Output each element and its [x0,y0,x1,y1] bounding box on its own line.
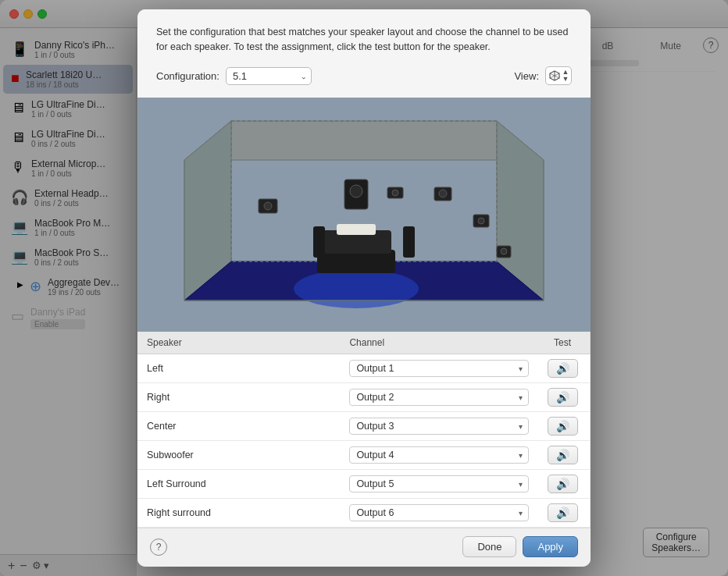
table-row: Right surroundOutput 1Output 2Output 3Ou… [137,499,591,528]
svg-point-19 [264,202,272,210]
view-label: View: [514,70,539,82]
speaker-col-header: Speaker [137,332,340,354]
channel-cell: Output 1Output 2Output 3Output 4Output 5… [340,441,535,470]
channel-cell: Output 1Output 2Output 3Output 4Output 5… [340,470,535,499]
channel-select[interactable]: Output 1Output 2Output 3Output 4Output 5… [349,475,529,492]
channel-select-wrapper: Output 1Output 2Output 3Output 4Output 5… [349,418,529,435]
channel-cell: Output 1Output 2Output 3Output 4Output 5… [340,412,535,441]
test-col-header: Test [535,332,590,354]
channel-select-wrapper: Output 1Output 2Output 3Output 4Output 5… [349,360,529,377]
test-button[interactable]: 🔊 [548,503,578,522]
test-cell: 🔊 [535,499,590,528]
config-left: Configuration: Stereo Quad 5.1 7.1 [156,67,312,85]
modal-footer: ? Done Apply [137,528,591,567]
speaker-name: Right [137,383,340,412]
channel-cell: Output 1Output 2Output 3Output 4Output 5… [340,499,535,528]
table-row: RightOutput 1Output 2Output 3Output 4Out… [137,383,591,412]
table-row: SubwooferOutput 1Output 2Output 3Output … [137,441,591,470]
row-divider [590,383,591,412]
test-button[interactable]: 🔊 [548,417,578,436]
speaker-name: Left [137,354,340,383]
speaker-name: Subwoofer [137,441,340,470]
test-cell: 🔊 [535,383,590,412]
config-select[interactable]: Stereo Quad 5.1 7.1 [226,67,312,85]
done-button[interactable]: Done [462,536,516,557]
channel-select-wrapper: Output 1Output 2Output 3Output 4Output 5… [349,504,529,521]
svg-point-29 [392,190,398,196]
modal-description: Set the configuration that best matches … [156,25,572,55]
config-label: Configuration: [156,70,219,82]
speaker-table: Speaker Channel Test LeftOutput 1Output … [137,332,591,528]
modal-config-row: Configuration: Stereo Quad 5.1 7.1 View: [156,66,572,85]
channel-select-wrapper: Output 1Output 2Output 3Output 4Output 5… [349,475,529,492]
config-select-wrapper: Stereo Quad 5.1 7.1 [226,67,312,85]
divider-col [590,332,591,354]
test-cell: 🔊 [535,470,590,499]
svg-point-8 [294,269,419,308]
configure-speakers-modal: Set the configuration that best matches … [137,9,591,567]
test-cell: 🔊 [535,354,590,383]
help-button-modal[interactable]: ? [150,539,167,556]
test-cell: 🔊 [535,441,590,470]
channel-select[interactable]: Output 1Output 2Output 3Output 4Output 5… [349,446,529,464]
channel-select[interactable]: Output 1Output 2Output 3Output 4Output 5… [349,418,529,435]
svg-rect-16 [403,226,415,258]
svg-point-21 [439,190,447,197]
test-button[interactable]: 🔊 [548,446,578,464]
channel-select[interactable]: Output 1Output 2Output 3Output 4Output 5… [349,504,529,521]
channel-select-wrapper: Output 1Output 2Output 3Output 4Output 5… [349,389,529,406]
svg-point-27 [501,248,507,254]
test-cell: 🔊 [535,412,590,441]
modal-top: Set the configuration that best matches … [137,9,591,98]
room-visualization [137,98,591,332]
svg-point-23 [350,185,362,197]
svg-rect-17 [337,224,376,235]
cube-icon [548,69,561,82]
table-row: CenterOutput 1Output 2Output 3Output 4Ou… [137,412,591,441]
row-divider [590,354,591,383]
svg-rect-15 [313,226,325,258]
channel-select[interactable]: Output 1Output 2Output 3Output 4Output 5… [349,360,529,377]
channel-select[interactable]: Output 1Output 2Output 3Output 4Output 5… [349,389,529,406]
svg-point-25 [478,218,484,224]
test-button[interactable]: 🔊 [548,475,578,493]
speaker-name: Center [137,412,340,441]
channel-col-header: Channel [340,332,535,354]
row-divider [590,412,591,441]
view-3d-button[interactable]: ▲▼ [545,66,572,85]
view-stepper-arrows: ▲▼ [562,69,569,83]
row-divider [590,470,591,499]
room-3d-svg [137,98,591,332]
speaker-name: Left Surround [137,470,340,499]
row-divider [590,441,591,470]
apply-button[interactable]: Apply [523,536,578,557]
row-divider [590,499,591,528]
channel-cell: Output 1Output 2Output 3Output 4Output 5… [340,383,535,412]
table-row: Left SurroundOutput 1Output 2Output 3Out… [137,470,591,499]
test-button[interactable]: 🔊 [548,359,578,378]
footer-buttons: Done Apply [462,536,578,557]
speaker-name: Right surround [137,499,340,528]
channel-cell: Output 1Output 2Output 3Output 4Output 5… [340,354,535,383]
channel-select-wrapper: Output 1Output 2Output 3Output 4Output 5… [349,446,529,464]
view-right: View: ▲▼ [514,66,572,85]
modal-overlay: Set the configuration that best matches … [0,0,728,576]
test-button[interactable]: 🔊 [548,388,578,407]
table-row: LeftOutput 1Output 2Output 3Output 4Outp… [137,354,591,383]
svg-marker-4 [184,121,544,160]
